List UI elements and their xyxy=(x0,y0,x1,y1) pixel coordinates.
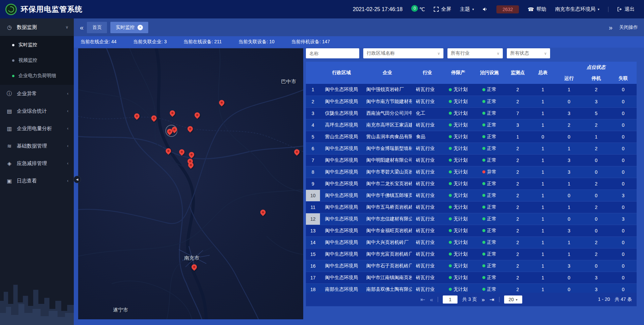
pin-icon xyxy=(194,111,201,119)
page-size-select[interactable]: 20 ▾ xyxy=(504,295,522,304)
notification-badge[interactable]: 2632 xyxy=(496,5,519,13)
map-panel[interactable]: 巴中市南充市遂宁市 xyxy=(78,48,303,319)
help-button[interactable]: ☎ 帮助 xyxy=(528,6,546,12)
fullscreen-button[interactable]: 全屏 xyxy=(434,6,451,12)
table-row[interactable]: 18南部生态环境局南部县双佛土陶有限公砖瓦行业无计划正常21030 xyxy=(306,283,637,293)
pin-icon xyxy=(191,263,198,271)
close-operations-button[interactable]: 关闭操作 xyxy=(619,24,638,31)
prev-page-button[interactable]: « xyxy=(430,297,433,303)
skyline-layer-back xyxy=(0,285,74,325)
chart-icon: ▥ xyxy=(5,125,13,132)
cell-facility: 正常 xyxy=(474,119,505,131)
status-filter-select[interactable]: 所有状态 ∨ xyxy=(507,48,550,58)
status-dot-icon xyxy=(482,182,485,185)
theme-menu[interactable]: 主题 ▾ xyxy=(460,6,474,12)
map-pin[interactable] xyxy=(191,264,197,271)
cell-region: 阆中生态环境局 xyxy=(320,201,363,213)
sidebar-item-power-usage-analysis[interactable]: ▥企业用电量分析‹ xyxy=(0,120,74,137)
sidebar-item-enterprise-statistics[interactable]: ▤企业综合统计‹ xyxy=(0,102,74,120)
sidebar-item-enterprise-abnormal[interactable]: ⓘ企业异常‹ xyxy=(0,85,74,102)
map-pin[interactable] xyxy=(189,151,195,159)
map-pin[interactable] xyxy=(219,99,225,107)
sidebar-item-power-load-detail[interactable]: 企业电力负荷明细 xyxy=(0,68,74,84)
cell-production: 无计划 xyxy=(443,272,474,283)
cell-enterprise: 阆中市光富页岩机砖厂 xyxy=(363,248,412,260)
table-row[interactable]: 16阆中生态环境局阆中市石子页岩机砖厂砖瓦行业无计划正常21300 xyxy=(306,260,637,272)
tab-home[interactable]: 首页 xyxy=(87,22,107,33)
sidebar-item-label: 日志查看 xyxy=(17,178,67,184)
status-dot-icon xyxy=(449,253,452,256)
cell-region: 阆中生态环境局 xyxy=(320,213,363,225)
collapse-panel-button[interactable]: ◀ xyxy=(73,176,81,183)
table-row[interactable]: 1阆中生态环境局阆中强锐页岩砖厂砖瓦行业无计划正常21120 xyxy=(306,84,637,96)
map-pin[interactable] xyxy=(169,110,175,117)
sidebar-item-base-data[interactable]: ≋基础数据管理‹ xyxy=(0,137,74,155)
sidebar-item-log-view[interactable]: ▣日志查看‹ xyxy=(0,172,74,189)
tabs-scroll-left-button[interactable]: « xyxy=(80,24,84,31)
cell-index: 18 xyxy=(306,283,320,293)
table-row[interactable]: 4高坪生态环境局南充市高坪区王家店建砖瓦行业无计划正常31220 xyxy=(306,119,637,131)
region-filter-select[interactable]: 行政区域名称 ∨ xyxy=(363,48,443,58)
map-city-label: 巴中市 xyxy=(281,78,296,85)
table-row[interactable]: 7阆中生态环境局阆中明阳建材有限公司砖瓦行业无计划正常21300 xyxy=(306,154,637,166)
sidebar-item-data-monitoring[interactable]: ◷数据监测∨ xyxy=(0,18,74,36)
cell-region: 高坪生态环境局 xyxy=(320,119,363,131)
table-row[interactable]: 14阆中生态环境局阆中大兴页岩机砖厂砖瓦行业无计划正常21120 xyxy=(306,236,637,248)
stat-item: 当前在线企业: 44 xyxy=(80,39,116,45)
map-pin[interactable] xyxy=(179,149,185,156)
cell-production: 无计划 xyxy=(443,260,474,272)
next-page-button[interactable]: » xyxy=(482,297,485,303)
map-pin[interactable] xyxy=(151,115,157,122)
table-row[interactable]: 15阆中生态环境局阆中市光富页岩机砖厂砖瓦行业无计划正常21120 xyxy=(306,248,637,260)
map-pin[interactable] xyxy=(187,125,193,133)
cell-industry: 砖瓦行业 xyxy=(412,272,443,283)
sidebar-subitem-label: 企业电力负荷明细 xyxy=(18,73,56,79)
cell-stopped: 2 xyxy=(583,84,610,96)
cell-enterprise: 南部县双佛土陶有限公 xyxy=(363,283,412,293)
table-row[interactable]: 13阆中生态环境局阆中市金福旺页岩机砖砖瓦行业无计划正常21300 xyxy=(306,225,637,236)
table-row[interactable]: 6阆中生态环境局阆中市金博瑞新型墙材砖瓦行业无计划正常21120 xyxy=(306,143,637,154)
map-city-label: 南充市 xyxy=(184,255,199,261)
logout-button[interactable]: 退出 xyxy=(617,6,635,12)
map-pin[interactable] xyxy=(134,113,140,120)
col-group-point-status: 点位状态 xyxy=(555,62,637,73)
col-enterprise: 企业 xyxy=(363,62,412,84)
map-pin[interactable] xyxy=(167,128,173,136)
map-pin[interactable] xyxy=(165,148,171,155)
table-row[interactable]: 5营山生态环境局营山县润丰肉食品有限食品无计划正常10010 xyxy=(306,131,637,143)
table-row[interactable]: 17阆中生态环境局阆中市江南镇阆南页岩砖瓦行业无计划正常21030 xyxy=(306,272,637,283)
table-row[interactable]: 9阆中生态环境局阆中市二龙长宝页岩砖砖瓦行业无计划正常21120 xyxy=(306,178,637,189)
cell-stopped: 5 xyxy=(583,107,610,119)
table-row[interactable]: 3仪陇生态环境局西南油气田分公司川中化工无计划正常71350 xyxy=(306,107,637,119)
name-filter-input[interactable] xyxy=(306,48,359,58)
map-pin[interactable] xyxy=(188,162,194,169)
table-row[interactable]: 12阆中生态环境局阆中市忠信建材有限公砖瓦行业无计划正常21003 xyxy=(306,213,637,225)
table-row[interactable]: 10阆中生态环境局阆中市千佛镇五郎垭页岩砖瓦行业无计划正常21003 xyxy=(306,189,637,201)
table-row[interactable]: 11阆中生态环境局阆中市五马桥页岩机砖砖瓦行业无计划正常21120 xyxy=(306,201,637,213)
table-row[interactable]: 2阆中生态环境局阆中市南方节能建材有砖瓦行业无计划正常21030 xyxy=(306,96,637,107)
exit-icon xyxy=(617,7,622,12)
sidebar-item-realtime-monitor[interactable]: 实时监控 xyxy=(0,37,74,53)
map-pin[interactable] xyxy=(294,149,300,156)
cell-enterprise: 阆中明阳建材有限公司 xyxy=(363,154,412,166)
chevron-down-icon: ∨ xyxy=(65,25,68,30)
cell-industry: 砖瓦行业 xyxy=(412,260,443,272)
cell-stopped: 2 xyxy=(583,236,610,248)
table-row[interactable]: 8阆中生态环境局阆中市枣碧大梁山页岩砖瓦行业无计划异常21300 xyxy=(306,166,637,178)
map-pin[interactable] xyxy=(260,209,266,216)
last-page-button[interactable]: ⇥ xyxy=(489,297,494,303)
map-pin[interactable] xyxy=(194,112,200,119)
sidebar-item-emergency-reduction[interactable]: ◈应急减排管理‹ xyxy=(0,155,74,172)
status-dot-icon xyxy=(482,217,485,220)
tabs-scroll-right-button[interactable]: » xyxy=(609,24,612,31)
status-dot-icon xyxy=(482,194,485,197)
industry-filter-select[interactable]: 所有行业 ∨ xyxy=(447,48,503,58)
first-page-button[interactable]: ⇤ xyxy=(420,297,425,303)
tab-realtime-monitor[interactable]: 实时监控 × xyxy=(110,22,148,33)
org-menu[interactable]: 南充市生态环境局 ▾ xyxy=(555,6,599,12)
page-number-input[interactable]: 1 xyxy=(443,295,458,304)
sidebar-item-video-monitor[interactable]: 视频监控 xyxy=(0,53,74,68)
status-dot-icon xyxy=(482,112,485,115)
sound-button[interactable] xyxy=(483,7,488,12)
close-tab-icon[interactable]: × xyxy=(138,25,143,30)
